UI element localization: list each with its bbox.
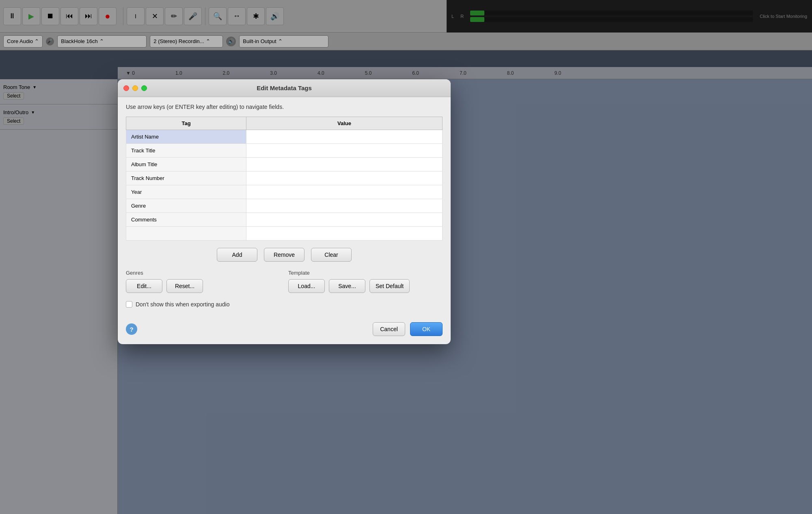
genres-section: Genres Edit... Reset... — [126, 270, 280, 293]
dont-show-label: Don't show this when exporting audio — [136, 301, 229, 308]
remove-button[interactable]: Remove — [264, 248, 304, 262]
template-buttons: Load... Save... Set Default — [288, 279, 443, 293]
tag-cell[interactable]: Comments — [126, 213, 246, 227]
dont-show-checkbox[interactable] — [126, 301, 132, 308]
genres-edit-button[interactable]: Edit... — [126, 279, 162, 293]
genres-template-section: Genres Edit... Reset... Template Load...… — [126, 270, 443, 293]
edit-metadata-dialog: Edit Metadata Tags Use arrow keys (or EN… — [118, 79, 451, 344]
tag-cell[interactable]: Year — [126, 185, 246, 199]
template-section: Template Load... Save... Set Default — [288, 270, 443, 293]
table-row[interactable] — [126, 227, 443, 241]
col-tag: Tag — [126, 117, 246, 130]
dialog-body: Use arrow keys (or ENTER key after editi… — [118, 97, 451, 322]
tag-cell[interactable]: Album Title — [126, 158, 246, 171]
tag-cell[interactable]: Genre — [126, 199, 246, 213]
template-label: Template — [288, 270, 443, 276]
metadata-table: Tag Value Artist NameTrack TitleAlbum Ti… — [126, 117, 443, 241]
table-row[interactable]: Comments — [126, 213, 443, 227]
dialog-title: Edit Metadata Tags — [257, 85, 312, 91]
help-button[interactable]: ? — [126, 323, 137, 335]
footer-action-buttons: Cancel OK — [373, 322, 443, 336]
genres-reset-button[interactable]: Reset... — [166, 279, 203, 293]
dont-show-row: Don't show this when exporting audio — [126, 301, 443, 308]
genres-label: Genres — [126, 270, 280, 276]
template-save-button[interactable]: Save... — [329, 279, 365, 293]
dialog-footer: ? Cancel OK — [118, 322, 451, 344]
table-row[interactable]: Track Title — [126, 144, 443, 158]
table-row[interactable]: Year — [126, 185, 443, 199]
table-row[interactable]: Genre — [126, 199, 443, 213]
add-button[interactable]: Add — [217, 248, 257, 262]
table-action-buttons: Add Remove Clear — [126, 248, 443, 262]
clear-button[interactable]: Clear — [311, 248, 352, 262]
table-row[interactable]: Artist Name — [126, 130, 443, 144]
tag-cell[interactable]: Artist Name — [126, 130, 246, 144]
template-set-default-button[interactable]: Set Default — [369, 279, 410, 293]
value-cell[interactable] — [246, 199, 443, 213]
tag-cell[interactable] — [126, 227, 246, 241]
genres-buttons: Edit... Reset... — [126, 279, 280, 293]
table-row[interactable]: Track Number — [126, 171, 443, 185]
hint-text: Use arrow keys (or ENTER key after editi… — [126, 104, 443, 110]
minimize-button[interactable] — [132, 85, 138, 91]
value-cell[interactable] — [246, 185, 443, 199]
value-cell[interactable] — [246, 158, 443, 171]
maximize-button[interactable] — [141, 85, 147, 91]
tag-cell[interactable]: Track Title — [126, 144, 246, 158]
ok-button[interactable]: OK — [410, 322, 443, 336]
modal-overlay: Edit Metadata Tags Use arrow keys (or EN… — [0, 0, 812, 514]
table-row[interactable]: Album Title — [126, 158, 443, 171]
cancel-button[interactable]: Cancel — [373, 322, 405, 336]
col-value: Value — [246, 117, 443, 130]
value-cell[interactable] — [246, 227, 443, 241]
template-load-button[interactable]: Load... — [288, 279, 325, 293]
value-cell[interactable] — [246, 213, 443, 227]
close-button[interactable] — [123, 85, 129, 91]
value-cell[interactable] — [246, 144, 443, 158]
dialog-titlebar: Edit Metadata Tags — [118, 79, 451, 97]
tag-cell[interactable]: Track Number — [126, 171, 246, 185]
traffic-lights — [123, 85, 147, 91]
value-cell[interactable] — [246, 130, 443, 144]
value-cell[interactable] — [246, 171, 443, 185]
